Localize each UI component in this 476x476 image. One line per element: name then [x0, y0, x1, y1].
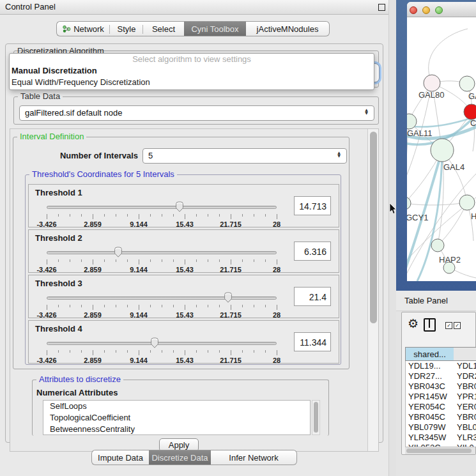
threshold-slider[interactable]: -3.4262.8599.14415.4321.71528: [47, 291, 277, 318]
network-node[interactable]: [431, 139, 454, 162]
list-item[interactable]: BetweennessCentrality: [43, 424, 310, 435]
number-of-intervals-combobox[interactable]: 5 ▲▼: [142, 148, 347, 164]
tick-mark: [58, 350, 59, 353]
network-window: GAL80GACGAL11GAL4GCY1HHAP2: [407, 2, 476, 281]
table-row[interactable]: YPR145WYPR1: [406, 392, 476, 402]
tick-label: -3.426: [36, 357, 56, 364]
tick-mark: [208, 305, 208, 307]
network-node[interactable]: [431, 239, 444, 252]
table-row[interactable]: YLR345WYLR3: [406, 433, 476, 443]
slider-track[interactable]: [47, 342, 277, 345]
settings-scrollpane: Interval Definition Number of Intervals …: [10, 128, 379, 452]
threshold-slider[interactable]: -3.4262.8599.14415.4321.71528: [47, 200, 277, 227]
column-header-name[interactable]: na: [454, 347, 476, 361]
table-row[interactable]: YDL19...YDL1: [406, 361, 476, 371]
table-row[interactable]: YBL079WYBL0: [406, 422, 476, 433]
table-horizontal-scrollbar[interactable]: [405, 447, 475, 454]
node-label: GAL4: [443, 162, 464, 172]
minimize-traffic-light-icon[interactable]: [422, 6, 430, 14]
table-data-combobox[interactable]: galFiltered.sif default node ▲▼: [19, 105, 374, 121]
tick-label: 9.144: [130, 357, 148, 364]
slider-thumb[interactable]: [223, 292, 233, 303]
interval-definition-group: Interval Definition Number of Intervals …: [13, 137, 349, 369]
threshold-value-field[interactable]: 11.344: [294, 332, 331, 351]
table-row[interactable]: YBR043CYBR0: [406, 381, 476, 392]
slider-thumb[interactable]: [113, 247, 123, 257]
tab-cyni-toolbox[interactable]: Cyni Toolbox: [184, 21, 246, 36]
slider-track[interactable]: [47, 206, 277, 209]
tick-mark: [47, 214, 47, 219]
slider-track[interactable]: [47, 251, 277, 254]
network-node[interactable]: [407, 197, 411, 210]
cell-shared-name: YLR345W: [408, 433, 454, 443]
slider-thumb[interactable]: [150, 337, 160, 348]
tick-mark: [242, 305, 243, 307]
tick-mark: [231, 305, 231, 310]
threshold-value-field[interactable]: 14.713: [294, 196, 331, 215]
tick-mark: [93, 350, 93, 355]
combo-stepper-icon: ▲▼: [336, 151, 342, 157]
tab-infer-network[interactable]: Infer Network: [211, 450, 297, 465]
popup-option-manual-discretization[interactable]: Manual Discretization: [10, 65, 374, 77]
tick-mark: [173, 305, 174, 307]
cyni-tab-content: Discretization Algorithm ▲▼ Select algor…: [5, 43, 383, 443]
tab-network[interactable]: Network: [56, 21, 110, 36]
tick-mark: [139, 305, 139, 310]
attributes-list-scrollbar[interactable]: [312, 400, 320, 435]
network-node[interactable]: [459, 195, 475, 210]
tab-select[interactable]: Select: [143, 21, 184, 36]
settings-vertical-scrollbar[interactable]: [367, 129, 378, 451]
zoom-traffic-light-icon[interactable]: [435, 6, 443, 14]
table-row[interactable]: YER054CYER0: [406, 402, 476, 412]
column-header-shared-name[interactable]: shared...: [405, 347, 454, 361]
table-rows[interactable]: YDL19...YDL1YDR27...YDR2YBR043CYBR0YPR14…: [405, 361, 476, 447]
mouse-cursor: [389, 203, 397, 215]
tick-mark: [185, 214, 185, 219]
panel-divider[interactable]: [388, 0, 396, 476]
list-item[interactable]: TopologicalCoefficient: [43, 412, 310, 424]
table-row[interactable]: YDR27...YDR2: [406, 371, 476, 381]
list-item[interactable]: SelfLoops: [43, 401, 310, 412]
tick-mark: [139, 214, 139, 219]
tick-mark: [219, 214, 220, 217]
threshold-slider[interactable]: -3.4262.8599.14415.4321.71528: [47, 245, 277, 272]
popup-option-equal-width-frequency[interactable]: Equal Width/Frequency Discretization: [10, 77, 374, 88]
popup-prompt-item[interactable]: Select algorithm to view settings: [10, 54, 374, 65]
network-node[interactable]: [459, 76, 475, 91]
tick-label: 21.715: [220, 311, 242, 319]
slider-thumb[interactable]: [174, 201, 185, 212]
threshold-slider[interactable]: -3.4262.8599.14415.4321.71528: [47, 336, 277, 363]
tick-mark: [70, 259, 70, 262]
tick-mark: [162, 259, 162, 262]
tick-label: 28: [273, 311, 280, 319]
network-canvas[interactable]: GAL80GACGAL11GAL4GCY1HHAP2: [407, 17, 476, 281]
tick-label: 28: [273, 220, 280, 228]
tab-impute-data[interactable]: Impute Data: [91, 450, 149, 465]
tick-mark: [70, 214, 70, 217]
control-panel-titlebar: Control Panel ✕: [0, 0, 388, 15]
threshold-value-field[interactable]: 6.316: [294, 242, 331, 261]
numerical-attributes-label: Numerical Attributes: [36, 388, 118, 397]
tick-mark: [81, 214, 82, 217]
checkbox-icon[interactable]: ✓: [445, 322, 452, 329]
threshold-value-field[interactable]: 21.4: [294, 287, 331, 306]
tick-mark: [219, 259, 220, 262]
float-window-icon[interactable]: [378, 4, 385, 11]
tab-style[interactable]: Style: [110, 21, 143, 36]
network-node[interactable]: [464, 104, 476, 119]
tick-mark: [254, 259, 254, 262]
close-traffic-light-icon[interactable]: [410, 6, 417, 14]
tab-discretize-data[interactable]: Discretize Data: [149, 450, 211, 465]
tick-mark: [254, 214, 254, 217]
slider-track[interactable]: [47, 296, 277, 300]
network-node[interactable]: [424, 75, 440, 91]
checkbox-icon[interactable]: ✓: [454, 322, 461, 329]
columns-icon[interactable]: [424, 318, 436, 332]
gear-icon[interactable]: ⚙: [408, 316, 418, 330]
numerical-attributes-list[interactable]: SelfLoops TopologicalCoefficient Between…: [43, 400, 311, 435]
cell-shared-name: YDR27...: [408, 371, 454, 381]
table-row[interactable]: YBR045CYBR0: [406, 412, 476, 422]
tab-jactivemnodules[interactable]: jActiveMNodules: [246, 21, 330, 36]
tick-mark: [93, 305, 93, 310]
tick-mark: [104, 305, 105, 307]
